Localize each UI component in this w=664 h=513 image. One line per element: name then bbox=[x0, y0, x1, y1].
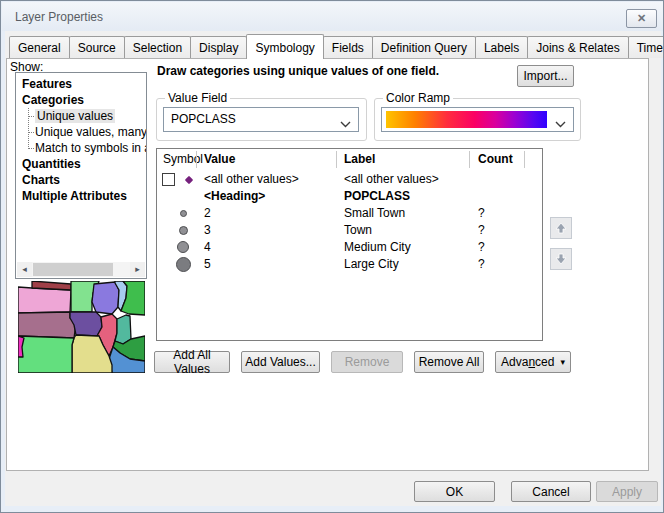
column-header-symbol: Symbol bbox=[163, 152, 203, 166]
column-divider bbox=[469, 151, 470, 168]
table-row[interactable]: 5 Large City ? bbox=[157, 256, 542, 273]
label-cell: POPCLASS bbox=[344, 188, 410, 205]
tab-joins-relates[interactable]: Joins & Relates bbox=[527, 36, 628, 58]
layer-properties-dialog: Layer Properties ✕ General Source Select… bbox=[0, 0, 664, 513]
graduated-circle-symbol[interactable] bbox=[180, 210, 187, 217]
tab-display[interactable]: Display bbox=[190, 36, 247, 58]
color-ramp-combobox[interactable] bbox=[381, 107, 574, 132]
table-row[interactable]: 4 Medium City ? bbox=[157, 239, 542, 256]
table-row[interactable]: 3 Town ? bbox=[157, 222, 542, 239]
label-cell: <all other values> bbox=[344, 171, 439, 188]
value-cell: 5 bbox=[204, 256, 211, 273]
move-down-button[interactable] bbox=[550, 248, 572, 270]
tree-item-unique-values-many[interactable]: Unique values, many bbox=[16, 124, 146, 140]
close-icon: ✕ bbox=[637, 12, 646, 24]
value-field-combobox[interactable]: POPCLASS bbox=[163, 107, 359, 132]
move-up-button[interactable] bbox=[550, 217, 572, 239]
tab-selection[interactable]: Selection bbox=[124, 36, 191, 58]
count-cell: ? bbox=[478, 256, 485, 273]
tree-item-quantities[interactable]: Quantities bbox=[16, 156, 146, 172]
unique-values-table: Symbol Value Label Count <all other valu… bbox=[156, 148, 543, 341]
title-bar[interactable]: Layer Properties ✕ bbox=[2, 2, 664, 31]
dropdown-arrow-icon: ▾ bbox=[560, 357, 565, 367]
count-cell: ? bbox=[478, 205, 485, 222]
label-cell: Town bbox=[344, 222, 372, 239]
tree-item-charts[interactable]: Charts bbox=[16, 172, 146, 188]
ok-button[interactable]: OK bbox=[414, 481, 495, 502]
advanced-button[interactable]: Advanced ▾ bbox=[495, 351, 571, 373]
graduated-circle-symbol[interactable] bbox=[179, 226, 188, 235]
graduated-circle-symbol[interactable] bbox=[176, 257, 191, 272]
chevron-down-icon bbox=[555, 117, 566, 131]
column-divider bbox=[196, 151, 197, 168]
column-header-label: Label bbox=[344, 152, 375, 166]
label-cell: Small Town bbox=[344, 205, 405, 222]
count-cell: ? bbox=[478, 222, 485, 239]
import-button[interactable]: Import... bbox=[517, 65, 574, 87]
tree-item-unique-values[interactable]: Unique values bbox=[16, 108, 146, 124]
tree-horizontal-scrollbar[interactable]: ◂ ▸ bbox=[17, 262, 145, 277]
table-row[interactable]: <all other values> <all other values> bbox=[157, 171, 542, 188]
window-title: Layer Properties bbox=[15, 10, 103, 24]
tree-item-features[interactable]: Features bbox=[16, 76, 146, 92]
column-divider bbox=[524, 151, 525, 168]
tab-source[interactable]: Source bbox=[69, 36, 125, 58]
draw-categories-instruction: Draw categories using unique values of o… bbox=[157, 64, 439, 78]
show-tree: Features Categories Unique values Unique… bbox=[15, 72, 147, 279]
value-cell: <all other values> bbox=[204, 171, 299, 188]
value-cell: <Heading> bbox=[204, 188, 265, 205]
tree-item-categories[interactable]: Categories bbox=[16, 92, 146, 108]
remove-button: Remove bbox=[331, 351, 403, 373]
close-button[interactable]: ✕ bbox=[626, 9, 657, 28]
tab-general[interactable]: General bbox=[9, 36, 70, 58]
column-header-count: Count bbox=[478, 152, 513, 166]
value-field-selected: POPCLASS bbox=[171, 108, 236, 131]
all-other-values-symbol[interactable] bbox=[185, 176, 193, 184]
scroll-right-icon[interactable]: ▸ bbox=[130, 262, 145, 277]
apply-button: Apply bbox=[596, 481, 658, 502]
up-arrow-icon bbox=[554, 221, 568, 235]
tab-symbology[interactable]: Symbology bbox=[246, 34, 323, 59]
tab-fields[interactable]: Fields bbox=[323, 36, 373, 58]
label-cell: Medium City bbox=[344, 239, 411, 256]
count-cell: ? bbox=[478, 239, 485, 256]
chevron-down-icon bbox=[340, 117, 351, 131]
column-header-value: Value bbox=[204, 152, 235, 166]
value-cell: 2 bbox=[204, 205, 211, 222]
down-arrow-icon bbox=[554, 252, 568, 266]
tab-time[interactable]: Time bbox=[628, 36, 664, 58]
all-other-values-checkbox[interactable] bbox=[162, 173, 175, 186]
label-cell: Large City bbox=[344, 256, 399, 273]
table-row[interactable]: 2 Small Town ? bbox=[157, 205, 542, 222]
value-field-label: Value Field bbox=[165, 91, 230, 105]
cancel-button[interactable]: Cancel bbox=[511, 481, 591, 502]
graduated-circle-symbol[interactable] bbox=[177, 241, 189, 253]
value-cell: 3 bbox=[204, 222, 211, 239]
add-all-values-button[interactable]: Add All Values bbox=[154, 351, 230, 373]
scroll-left-icon[interactable]: ◂ bbox=[17, 262, 32, 277]
remove-all-button[interactable]: Remove All bbox=[414, 351, 484, 373]
add-values-button[interactable]: Add Values... bbox=[241, 351, 320, 373]
value-cell: 4 bbox=[204, 239, 211, 256]
table-row-heading[interactable]: <Heading> POPCLASS bbox=[157, 188, 542, 205]
color-ramp-label: Color Ramp bbox=[383, 91, 453, 105]
tree-item-multiple-attributes[interactable]: Multiple Attributes bbox=[16, 188, 146, 204]
tab-labels[interactable]: Labels bbox=[475, 36, 528, 58]
tab-definition-query[interactable]: Definition Query bbox=[372, 36, 476, 58]
layer-preview-map bbox=[18, 281, 145, 373]
scrollbar-thumb[interactable] bbox=[33, 263, 113, 276]
tree-item-match-to-symbols[interactable]: Match to symbols in a bbox=[16, 140, 146, 156]
column-divider bbox=[336, 151, 337, 168]
color-ramp-swatch bbox=[386, 111, 547, 128]
tab-strip: General Source Selection Display Symbolo… bbox=[9, 36, 664, 59]
